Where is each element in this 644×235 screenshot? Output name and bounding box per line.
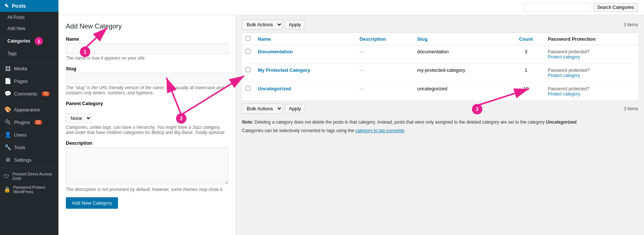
sidebar-item-settings[interactable]: ⚙ Settings — [0, 154, 58, 166]
sidebar-item-pda[interactable]: 🛡 Prevent Direct Access Gold — [0, 169, 58, 183]
tools-label: Tools — [14, 145, 25, 150]
categories-number-badge: 1 — [35, 37, 43, 45]
pages-label: Pages — [14, 78, 28, 84]
col-slug-header[interactable]: Slug — [414, 33, 508, 45]
converter-text: Categories can be selectively converted … — [242, 128, 354, 133]
protect-category-link-0[interactable]: Protect category — [548, 54, 634, 60]
name-field: Name The name is how it appears on your … — [66, 36, 228, 61]
pw-text-2: Password protected? — [548, 86, 590, 91]
sidebar-divider-2 — [0, 101, 58, 102]
sidebar-item-pages[interactable]: 📄 Pages — [0, 75, 58, 87]
select-all-checkbox[interactable] — [246, 36, 250, 41]
table-panel: Bulk Actions Apply 3 items Name Descript… — [236, 15, 644, 235]
cat-slug-1: my-protected-category — [414, 64, 508, 82]
slug-hint: The “slug” is the URL-friendly version o… — [66, 85, 228, 95]
all-posts-label: All Posts — [7, 15, 25, 20]
top-bar: Search Categories — [58, 0, 644, 15]
sidebar-item-users[interactable]: 👤 Users — [0, 128, 58, 141]
sidebar-item-categories[interactable]: Categories 1 — [0, 34, 58, 48]
note-text: Deleting a category does not delete the … — [254, 120, 544, 125]
sidebar-posts-label: Posts — [12, 3, 26, 9]
protect-category-link-1[interactable]: Protect category — [548, 73, 634, 78]
bottom-bulk-actions-bar: Bulk Actions Apply 3 items — [242, 104, 638, 114]
cat-name-link-2[interactable]: Uncategorized — [258, 86, 291, 91]
ppw-icon: 🔒 — [4, 186, 10, 193]
slug-input[interactable] — [66, 73, 228, 84]
description-input[interactable] — [66, 147, 228, 184]
description-label: Description — [66, 140, 228, 146]
cat-count-2: 19 — [508, 82, 544, 101]
row-checkbox-1[interactable] — [246, 67, 250, 72]
add-new-label: Add New — [7, 26, 26, 31]
converter-link[interactable]: category to tag converter — [355, 128, 404, 133]
note-section: Note: Deleting a category does not delet… — [242, 119, 638, 134]
tools-icon: 🔧 — [4, 144, 11, 151]
cat-name-link-0[interactable]: Documentation — [258, 49, 293, 54]
note-end: . — [576, 120, 577, 125]
table-row: My Protected Category — my-protected-cat… — [242, 64, 638, 82]
categories-label: Categories — [7, 38, 30, 44]
pda-icon: 🛡 — [4, 173, 9, 179]
sidebar-item-all-posts[interactable]: All Posts — [0, 12, 58, 23]
sidebar-item-tools[interactable]: 🔧 Tools — [0, 141, 58, 154]
cat-slug-0: documentation — [414, 45, 508, 64]
apply-bottom-button[interactable]: Apply — [285, 104, 305, 113]
row-checkbox-2[interactable] — [246, 86, 250, 91]
sidebar-item-media[interactable]: 🖼 Media — [0, 63, 58, 75]
sidebar-posts-header[interactable]: ✎ Posts — [0, 0, 58, 12]
plugins-label: Plugins — [14, 120, 30, 125]
sidebar-item-ppw[interactable]: 🔒 Password Protect WordPress — [0, 183, 58, 196]
parent-hint: Categories, unlike tags, can have a hier… — [66, 125, 228, 135]
pages-icon: 📄 — [4, 78, 11, 84]
slug-label: Slug — [66, 66, 228, 71]
comments-label: Comments — [14, 91, 37, 97]
table-row: Uncategorized — uncategorized 19 Passwor… — [242, 82, 638, 101]
sidebar-item-tags[interactable]: Tags — [0, 48, 58, 59]
posts-icon: ✎ — [4, 3, 9, 9]
note-label: Note: — [242, 120, 253, 125]
col-name-header[interactable]: Name — [254, 33, 356, 45]
sidebar-item-add-new[interactable]: Add New — [0, 23, 58, 34]
cat-password-0: Password protected? Protect category — [544, 45, 638, 64]
sidebar-item-plugins[interactable]: 🔌 Plugins 22 — [0, 116, 58, 128]
cat-description-0: — — [356, 45, 414, 64]
appearance-icon: 🎨 — [4, 106, 11, 113]
settings-label: Settings — [14, 157, 31, 163]
appearance-label: Appearance — [14, 107, 40, 113]
ppw-label: Password Protect WordPress — [13, 185, 55, 194]
col-description-header[interactable]: Description — [356, 33, 414, 45]
note-uncategorized: Uncategorized — [546, 120, 577, 125]
description-hint: The description is not prominent by defa… — [66, 187, 228, 192]
name-input[interactable] — [66, 43, 228, 54]
add-new-category-button[interactable]: Add New Category — [66, 197, 118, 209]
content-area: Add New Category Name The name is how it… — [58, 15, 644, 235]
settings-icon: ⚙ — [4, 157, 11, 163]
protect-category-link-2[interactable]: Protect category — [548, 91, 634, 97]
col-count-header[interactable]: Count — [508, 33, 544, 45]
parent-select[interactable]: None — [66, 113, 92, 123]
items-count-bottom: 3 items — [624, 106, 638, 111]
parent-label: Parent Category — [66, 101, 228, 106]
search-categories-button[interactable]: Search Categories — [593, 3, 638, 12]
sidebar-item-appearance[interactable]: 🎨 Appearance — [0, 103, 58, 116]
name-label: Name — [66, 36, 228, 42]
cat-name-link-1[interactable]: My Protected Category — [258, 67, 310, 73]
users-label: Users — [14, 132, 27, 138]
slug-field: Slug The “slug” is the URL-friendly vers… — [66, 66, 228, 95]
cat-password-2: Password protected? Protect category — [544, 82, 638, 101]
main-content: Search Categories Add New Category Name … — [58, 0, 644, 235]
description-field: Description The description is not promi… — [66, 140, 228, 192]
bulk-actions-top-select[interactable]: Bulk Actions — [242, 20, 283, 30]
row-checkbox-0[interactable] — [246, 49, 250, 54]
cat-count-0: 3 — [508, 45, 544, 64]
sidebar-item-comments[interactable]: 💬 Comments 75 — [0, 87, 58, 100]
pw-text-0: Password protected? — [548, 49, 590, 54]
bulk-actions-bottom-select[interactable]: Bulk Actions — [242, 104, 283, 114]
apply-top-button[interactable]: Apply — [285, 20, 305, 29]
comments-icon: 💬 — [4, 90, 11, 97]
search-categories-input[interactable] — [524, 3, 590, 12]
cat-slug-2: uncategorized — [414, 82, 508, 101]
name-hint: The name is how it appears on your site. — [66, 56, 228, 61]
cat-count-1: 1 — [508, 64, 544, 82]
plugins-badge: 22 — [34, 120, 42, 125]
